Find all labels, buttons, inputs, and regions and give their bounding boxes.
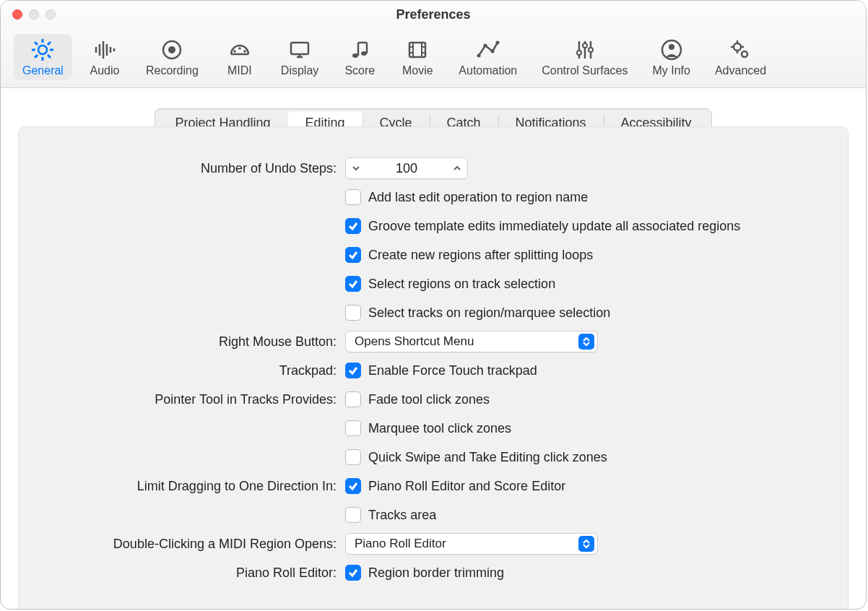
svg-point-0: [38, 46, 47, 54]
toolbar-item-automation[interactable]: Automation: [450, 34, 526, 80]
content-area: Project Handling Editing Cycle Catch Not…: [1, 88, 866, 610]
right-mouse-select[interactable]: Opens Shortcut Menu: [345, 331, 598, 352]
svg-line-6: [48, 55, 51, 58]
svg-point-38: [490, 50, 494, 53]
svg-line-8: [35, 55, 38, 58]
fade-tool-checkbox[interactable]: [345, 391, 361, 407]
piano-roll-label: Piano Roll Editor:: [62, 566, 345, 581]
create-new-regions-checkbox[interactable]: [345, 247, 361, 263]
select-regions-checkbox[interactable]: [345, 276, 361, 292]
right-mouse-label: Right Mouse Button:: [62, 334, 345, 350]
preferences-window: Preferences General Audio Recording MIDI…: [0, 0, 867, 610]
create-new-regions-label: Create new regions after splitting loops: [368, 248, 593, 263]
groove-template-checkbox[interactable]: [345, 218, 361, 234]
waveform-icon: [92, 37, 118, 63]
svg-point-48: [734, 43, 741, 51]
toolbar-item-general[interactable]: General: [14, 34, 72, 80]
toolbar-label: Recording: [146, 64, 199, 77]
toolbar-label: Movie: [402, 64, 433, 77]
fade-tool-label: Fade tool click zones: [368, 392, 490, 407]
force-touch-label: Enable Force Touch trackpad: [368, 363, 537, 378]
toolbar-label: MIDI: [227, 64, 252, 77]
updown-caret-icon: [578, 536, 594, 552]
toolbar-item-score[interactable]: Score: [334, 34, 385, 80]
add-last-edit-checkbox[interactable]: [345, 189, 361, 205]
svg-point-19: [243, 50, 246, 53]
piano-score-checkbox[interactable]: [345, 478, 361, 494]
toolbar-item-control-surfaces[interactable]: Control Surfaces: [533, 34, 636, 80]
quick-swipe-label: Quick Swipe and Take Editing click zones: [368, 450, 607, 465]
automation-icon: [475, 37, 501, 63]
toolbar-item-audio[interactable]: Audio: [79, 34, 130, 80]
toolbar-item-recording[interactable]: Recording: [137, 34, 207, 80]
toolbar-label: Audio: [90, 64, 119, 77]
midi-port-icon: [227, 37, 253, 63]
select-regions-label: Select regions on track selection: [368, 277, 555, 292]
person-circle-icon: [659, 37, 685, 63]
toolbar-item-movie[interactable]: Movie: [392, 34, 443, 80]
window-title: Preferences: [1, 7, 866, 22]
toolbar-label: Display: [281, 64, 318, 77]
gears-icon: [727, 37, 753, 63]
pointer-tool-label: Pointer Tool in Tracks Provides:: [62, 392, 345, 407]
groove-template-label: Groove template edits immediately update…: [368, 219, 740, 234]
svg-point-49: [742, 51, 747, 57]
piano-score-label: Piano Roll Editor and Score Editor: [368, 479, 565, 494]
toolbar-label: My Info: [652, 64, 690, 77]
tracks-area-checkbox[interactable]: [345, 507, 361, 523]
gear-icon: [30, 37, 56, 63]
toolbar-item-my-info[interactable]: My Info: [643, 34, 698, 80]
toolbar: General Audio Recording MIDI Display Sco…: [1, 28, 866, 88]
display-icon: [287, 37, 313, 63]
limit-drag-label: Limit Dragging to One Direction In:: [62, 479, 345, 494]
region-border-checkbox[interactable]: [345, 565, 361, 581]
right-mouse-value: Opens Shortcut Menu: [355, 334, 474, 349]
svg-point-16: [168, 46, 175, 53]
music-notes-icon: [347, 37, 373, 63]
sliders-icon: [572, 37, 598, 63]
svg-point-43: [577, 51, 581, 55]
add-last-edit-label: Add last edit operation to region name: [368, 190, 588, 205]
svg-point-47: [669, 44, 674, 50]
quick-swipe-checkbox[interactable]: [345, 449, 361, 465]
region-border-label: Region border trimming: [368, 566, 504, 581]
svg-point-45: [589, 48, 593, 52]
stepper-up-button[interactable]: [447, 158, 467, 178]
editing-panel: Number of Undo Steps: 100 Add last edit …: [18, 126, 849, 610]
force-touch-checkbox[interactable]: [345, 363, 361, 378]
toolbar-item-midi[interactable]: MIDI: [214, 34, 265, 80]
select-tracks-label: Select tracks on region/marquee selectio…: [368, 306, 610, 321]
tracks-area-label: Tracks area: [368, 508, 436, 523]
svg-rect-29: [409, 43, 425, 57]
marquee-tool-checkbox[interactable]: [345, 420, 361, 436]
toolbar-label: Control Surfaces: [542, 64, 628, 77]
toolbar-item-advanced[interactable]: Advanced: [706, 34, 775, 80]
double-click-label: Double-Clicking a MIDI Region Opens:: [62, 537, 345, 552]
film-icon: [404, 37, 430, 63]
toolbar-label: Advanced: [715, 64, 766, 77]
svg-rect-21: [291, 43, 308, 54]
svg-line-7: [48, 42, 51, 45]
svg-point-44: [583, 43, 587, 48]
svg-line-5: [35, 42, 38, 45]
updown-caret-icon: [578, 334, 594, 350]
svg-point-18: [238, 47, 241, 50]
double-click-value: Piano Roll Editor: [355, 537, 446, 551]
toolbar-label: Automation: [459, 64, 517, 77]
marquee-tool-label: Marquee tool click zones: [368, 421, 511, 436]
select-tracks-checkbox[interactable]: [345, 305, 361, 321]
trackpad-label: Trackpad:: [62, 363, 345, 378]
svg-point-39: [495, 41, 499, 45]
toolbar-label: Score: [344, 64, 375, 77]
titlebar: Preferences: [1, 1, 866, 28]
stepper-down-button[interactable]: [346, 158, 366, 178]
toolbar-label: General: [22, 64, 64, 77]
undo-steps-label: Number of Undo Steps:: [62, 161, 345, 176]
undo-steps-stepper[interactable]: 100: [345, 157, 468, 179]
svg-point-36: [477, 54, 480, 58]
toolbar-item-display[interactable]: Display: [272, 34, 327, 80]
undo-steps-value: 100: [366, 161, 447, 176]
double-click-select[interactable]: Piano Roll Editor: [345, 533, 598, 555]
svg-point-37: [483, 44, 487, 48]
record-icon: [159, 37, 185, 63]
